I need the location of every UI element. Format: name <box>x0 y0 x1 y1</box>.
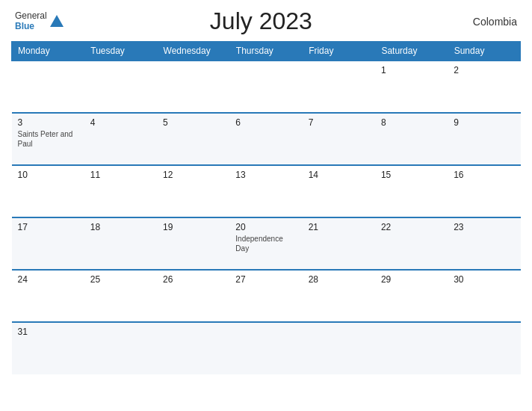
day-number: 31 <box>18 327 78 337</box>
calendar-cell <box>157 61 229 113</box>
day-number: 30 <box>454 274 514 285</box>
calendar-cell <box>157 322 229 374</box>
calendar-cell: 24 <box>12 270 84 322</box>
day-number: 13 <box>235 170 296 180</box>
calendar-container: General Blue July 2023 Colombia MondayTu… <box>0 0 532 411</box>
day-number: 12 <box>163 170 223 180</box>
weekday-header-thursday: Thursday <box>229 42 302 61</box>
day-number: 15 <box>381 170 442 180</box>
event-label: Independence Day <box>235 234 296 253</box>
day-number: 25 <box>90 274 151 285</box>
calendar-cell <box>448 322 520 374</box>
logo-icon <box>49 13 65 30</box>
day-number: 6 <box>235 117 296 128</box>
calendar-cell <box>84 322 157 374</box>
day-number: 8 <box>381 117 442 128</box>
weekday-header-monday: Monday <box>12 42 84 61</box>
calendar-cell: 10 <box>12 165 84 217</box>
calendar-cell: 2 <box>448 61 520 113</box>
day-number: 28 <box>309 274 369 285</box>
weekday-header-tuesday: Tuesday <box>84 42 157 61</box>
weekday-header-wednesday: Wednesday <box>157 42 229 61</box>
day-number: 26 <box>163 274 223 285</box>
logo-blue-text: Blue <box>15 22 47 31</box>
calendar-week-row: 12 <box>12 61 521 113</box>
day-number: 3 <box>18 117 78 128</box>
calendar-week-row: 24252627282930 <box>12 270 521 322</box>
day-number: 9 <box>454 117 514 128</box>
calendar-grid: MondayTuesdayWednesdayThursdayFridaySatu… <box>11 41 521 374</box>
calendar-cell: 3Saints Peter and Paul <box>12 113 84 165</box>
day-number: 4 <box>90 117 151 128</box>
weekday-header-sunday: Sunday <box>448 42 520 61</box>
day-number: 19 <box>163 222 223 232</box>
logo: General Blue <box>15 11 65 31</box>
calendar-cell <box>12 61 84 113</box>
day-number: 18 <box>90 222 151 232</box>
calendar-cell: 6 <box>229 113 302 165</box>
day-number: 16 <box>454 170 514 180</box>
calendar-cell <box>229 61 302 113</box>
day-number: 20 <box>235 222 296 232</box>
calendar-cell: 25 <box>84 270 157 322</box>
calendar-week-row: 31 <box>12 322 521 374</box>
calendar-cell: 28 <box>303 270 375 322</box>
calendar-cell: 31 <box>12 322 84 374</box>
calendar-cell: 1 <box>375 61 448 113</box>
calendar-cell: 14 <box>303 165 375 217</box>
calendar-cell: 19 <box>157 217 229 270</box>
calendar-cell: 27 <box>229 270 302 322</box>
calendar-cell <box>375 322 448 374</box>
calendar-title: July 2023 <box>65 7 457 35</box>
calendar-cell <box>303 61 375 113</box>
calendar-cell: 16 <box>448 165 520 217</box>
weekday-header-saturday: Saturday <box>375 42 448 61</box>
calendar-cell: 20Independence Day <box>229 217 302 270</box>
svg-marker-0 <box>50 15 64 27</box>
calendar-cell <box>229 322 302 374</box>
day-number: 10 <box>18 170 78 180</box>
weekday-header-row: MondayTuesdayWednesdayThursdayFridaySatu… <box>12 42 521 61</box>
day-number: 23 <box>454 222 514 232</box>
calendar-cell: 12 <box>157 165 229 217</box>
calendar-cell: 11 <box>84 165 157 217</box>
day-number: 14 <box>309 170 369 180</box>
calendar-cell <box>303 322 375 374</box>
calendar-cell: 18 <box>84 217 157 270</box>
day-number: 22 <box>381 222 442 232</box>
calendar-cell: 15 <box>375 165 448 217</box>
calendar-cell: 21 <box>303 217 375 270</box>
calendar-cell: 30 <box>448 270 520 322</box>
calendar-cell: 13 <box>229 165 302 217</box>
day-number: 5 <box>163 117 223 128</box>
day-number: 21 <box>309 222 369 232</box>
day-number: 2 <box>454 65 514 75</box>
calendar-cell: 22 <box>375 217 448 270</box>
day-number: 7 <box>309 117 369 128</box>
calendar-week-row: 17181920Independence Day212223 <box>12 217 521 270</box>
calendar-cell: 5 <box>157 113 229 165</box>
calendar-cell: 29 <box>375 270 448 322</box>
logo-general-text: General <box>15 11 47 21</box>
event-label: Saints Peter and Paul <box>18 129 78 149</box>
calendar-header: General Blue July 2023 Colombia <box>11 7 521 35</box>
weekday-header-friday: Friday <box>303 42 375 61</box>
calendar-cell: 8 <box>375 113 448 165</box>
day-number: 24 <box>18 274 78 285</box>
calendar-cell <box>84 61 157 113</box>
day-number: 27 <box>235 274 296 285</box>
country-label: Colombia <box>457 16 517 28</box>
day-number: 11 <box>90 170 151 180</box>
calendar-cell: 17 <box>12 217 84 270</box>
calendar-cell: 7 <box>303 113 375 165</box>
day-number: 1 <box>381 65 442 75</box>
day-number: 29 <box>381 274 442 285</box>
calendar-week-row: 3Saints Peter and Paul456789 <box>12 113 521 165</box>
calendar-cell: 4 <box>84 113 157 165</box>
calendar-cell: 23 <box>448 217 520 270</box>
calendar-week-row: 10111213141516 <box>12 165 521 217</box>
calendar-cell: 26 <box>157 270 229 322</box>
calendar-cell: 9 <box>448 113 520 165</box>
day-number: 17 <box>18 222 78 232</box>
